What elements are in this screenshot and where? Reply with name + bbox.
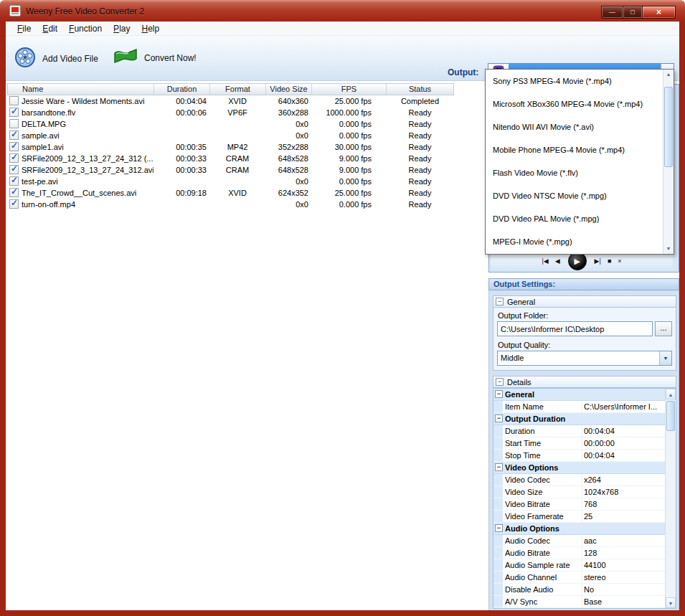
property-row[interactable]: Video Bitrate 768 [493,498,665,511]
close-button[interactable]: × [643,6,676,19]
row-checkbox[interactable] [9,108,19,117]
row-checkbox[interactable] [9,96,19,105]
row-checkbox[interactable] [9,131,19,140]
scroll-down-button[interactable]: ▼ [666,597,676,608]
output-format-option[interactable]: DVD Video NTSC Movie (*.mpg) [486,184,674,207]
browse-button[interactable]: ... [655,321,672,336]
row-checkbox[interactable] [9,165,19,174]
output-format-option[interactable]: MPEG-I Movie (*.mpg) [486,230,674,253]
step-back-button[interactable]: ◀ [555,257,560,265]
collapse-icon[interactable]: − [496,378,504,386]
row-checkbox[interactable] [9,142,19,151]
column-header-format[interactable]: Format [210,84,266,95]
collapse-icon[interactable]: − [495,390,503,398]
collapse-icon[interactable]: − [495,414,503,422]
convert-now-button[interactable]: Convert Now! [113,47,197,70]
scroll-up-icon: ▲ [669,392,674,397]
property-row[interactable]: A/V Sync Base [493,596,665,608]
menu-edit[interactable]: Edit [37,22,63,35]
file-name: sample1.avi [22,143,153,151]
property-group-row[interactable]: − Output Duration [493,413,665,425]
output-format-option[interactable]: DVD Video PAL Movie (*.mpg) [486,207,674,230]
property-key: Duration [505,425,582,437]
close-preview-button[interactable]: × [618,257,621,265]
collapse-icon[interactable]: − [495,524,503,532]
property-row[interactable]: Start Time 00:00:00 [493,437,665,450]
file-duration: 00:00:06 [153,108,209,117]
property-row[interactable]: Stop Time 00:04:04 [493,450,665,462]
output-format-option[interactable]: Sony PS3 MPEG-4 Movie (*.mp4) [486,70,674,93]
row-checkbox[interactable] [9,176,19,186]
table-row[interactable]: The_IT_Crowd__Cut_scenes.avi 00:09:18 XV… [7,187,454,199]
property-row[interactable]: Audio Sample rate 44100 [493,559,665,572]
property-row[interactable]: Audio Bitrate 128 [493,547,665,559]
details-scrollbar[interactable]: ▲ ▼ [665,389,676,608]
output-folder-input[interactable] [497,321,653,336]
scrollbar-thumb[interactable] [664,87,673,167]
property-row[interactable]: Video Framerate 25 [493,511,665,523]
output-quality-select[interactable]: Middle ▼ [497,351,672,366]
output-format-option[interactable]: Microsoft XBox360 MPEG-4 Movie (*.mp4) [486,93,674,115]
scrollbar-thumb[interactable] [666,401,675,431]
details-section-header[interactable]: − Details [493,376,676,388]
maximize-button[interactable]: □ [623,6,643,19]
stop-button[interactable]: ■ [608,257,611,265]
menu-play[interactable]: Play [108,22,136,35]
table-row[interactable]: test-pe.avi 0x0 0.000 fps Ready [7,176,454,187]
collapse-icon[interactable]: − [495,463,503,471]
collapse-icon[interactable]: − [496,298,504,305]
file-video-size: 624x352 [265,189,311,197]
file-name: turn-on-off.mp4 [22,200,153,209]
scroll-up-button[interactable]: ▲ [666,389,676,399]
property-row[interactable]: Audio Codec aac [493,535,665,547]
property-row[interactable]: Video Codec x264 [493,474,665,486]
column-header-video-size[interactable]: Video Size [266,84,312,95]
row-checkbox[interactable] [9,188,19,197]
output-settings-panel: − General Output Folder: ... Output Qual… [488,290,679,610]
row-checkbox[interactable] [9,199,19,209]
property-value: 25 [584,511,665,522]
property-row[interactable]: Duration 00:04:04 [493,425,665,437]
scroll-down-icon[interactable]: ▼ [663,244,674,254]
row-checkbox[interactable] [9,153,19,163]
menu-function[interactable]: Function [63,22,108,35]
output-format-option[interactable]: Mobile Phone MPEG-4 Movie (*.mp4) [486,138,674,161]
column-header-status[interactable]: Status [387,84,453,95]
add-video-file-button[interactable]: Add Video File [14,47,98,71]
property-group-row[interactable]: − General [493,389,665,401]
table-row[interactable]: Jessie Ware - Wildest Moments.avi 00:04:… [7,95,454,107]
file-video-size: 360x288 [265,108,311,117]
property-row[interactable]: Audio Channel stereo [493,572,665,584]
property-row[interactable]: Video Size 1024x768 [493,486,665,498]
skip-end-button[interactable]: ▶| [595,257,601,265]
table-row[interactable]: sample.avi 0x0 0.000 fps Ready [7,130,454,141]
table-row[interactable]: SRFile2009_12_3_13_27_24_312 (... 00:00:… [7,153,454,164]
property-group-row[interactable]: − Audio Options [493,523,665,535]
film-reel-icon [14,47,36,71]
property-row[interactable]: Item Name C:\Users\Informer I... [493,401,665,413]
scroll-up-icon[interactable]: ▲ [663,70,674,80]
skip-start-button[interactable]: |◀ [542,257,548,265]
property-row[interactable]: Disable Audio No [493,584,665,596]
column-header-fps[interactable]: FPS [312,84,387,95]
row-checkbox[interactable] [9,119,19,128]
property-key: Audio Sample rate [505,559,582,571]
column-header-duration[interactable]: Duration [154,84,210,95]
close-preview-icon: × [618,257,621,265]
general-section-header[interactable]: − General [493,295,676,308]
table-row[interactable]: SRFile2009_12_3_13_27_24_312.avi 00:00:3… [7,164,454,176]
quality-arrow-button[interactable]: ▼ [659,351,671,365]
menu-help[interactable]: Help [136,22,165,35]
output-format-option[interactable]: Flash Video Movie (*.flv) [486,161,674,184]
menu-file[interactable]: File [11,22,37,35]
table-row[interactable]: barsandtone.flv 00:00:06 VP6F 360x288 10… [7,107,454,118]
table-row[interactable]: turn-on-off.mp4 0x0 0.000 fps Ready [7,199,454,210]
table-row[interactable]: DELTA.MPG 0x0 0.000 fps Ready [7,118,454,130]
titlebar[interactable]: Weeny Free Video Converter 2 — □ × [0,0,685,22]
column-header-name[interactable]: Name [8,84,154,95]
minimize-button[interactable]: — [601,6,623,19]
output-format-option[interactable]: Nitendo WII AVI Movie (*.avi) [486,115,674,138]
dropdown-scrollbar[interactable]: ▲ ▼ [663,70,674,254]
property-group-row[interactable]: − Video Options [493,462,665,474]
table-row[interactable]: sample1.avi 00:00:35 MP42 352x288 30.000… [7,141,454,153]
